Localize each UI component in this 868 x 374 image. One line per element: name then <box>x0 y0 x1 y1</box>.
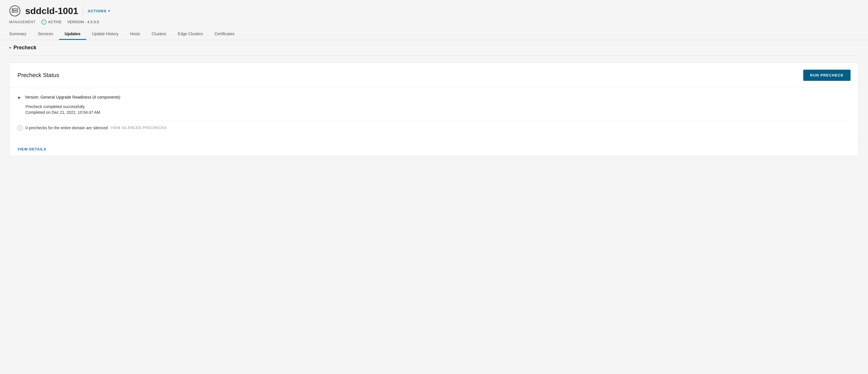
card-footer: VIEW DETAILS <box>9 142 859 156</box>
management-label: MANAGEMENT <box>9 20 35 24</box>
section-title: Precheck <box>13 45 36 51</box>
precheck-card: Precheck Status RUN PRECHECK ► Version: … <box>9 62 859 156</box>
tab-edge-clusters[interactable]: Edge Clusters <box>172 29 209 40</box>
precheck-item: ► Version: General Upgrade Readiness (4 … <box>18 95 850 100</box>
server-icon <box>9 5 21 17</box>
tab-updates[interactable]: Updates <box>59 29 86 40</box>
tab-services[interactable]: Services <box>32 29 59 40</box>
precheck-date: Completed on Dec 21, 2022, 10:04:47 AM <box>26 110 850 115</box>
view-details-button[interactable]: VIEW DETAILS <box>18 147 46 151</box>
chevron-down-icon: ▾ <box>108 9 110 13</box>
precheck-section-header[interactable]: ▾ Precheck <box>9 40 859 56</box>
precheck-status-block: Precheck completed successfully. Complet… <box>26 104 850 115</box>
tab-hosts[interactable]: Hosts <box>124 29 146 40</box>
title-divider <box>83 6 83 16</box>
main-content: ▾ Precheck Precheck Status RUN PRECHECK … <box>0 40 868 374</box>
tab-clusters[interactable]: Clusters <box>146 29 172 40</box>
actions-button[interactable]: ACTIONS ▾ <box>88 9 110 13</box>
navigation-tabs: Summary Services Updates Update History … <box>0 29 868 40</box>
silenced-text: 0 prechecks for the entire domain are si… <box>26 125 108 130</box>
active-badge: ACTIVE <box>41 20 62 25</box>
page-title: sddcld-1001 <box>25 6 78 16</box>
precheck-status-text: Precheck completed successfully. <box>26 104 850 109</box>
card-body: ► Version: General Upgrade Readiness (4 … <box>9 88 859 142</box>
version-label: Version : 4.5.0.0 <box>67 20 99 24</box>
precheck-item-label: Version: General Upgrade Readiness (4 co… <box>25 95 120 99</box>
active-label: ACTIVE <box>48 20 62 24</box>
tab-update-history[interactable]: Update History <box>86 29 124 40</box>
precheck-expand-icon[interactable]: ► <box>18 95 22 100</box>
run-precheck-button[interactable]: RUN PRECHECK <box>803 70 850 81</box>
card-header: Precheck Status RUN PRECHECK <box>9 63 859 88</box>
tab-certificates[interactable]: Certificates <box>209 29 240 40</box>
info-icon: i <box>18 125 23 131</box>
active-circle-icon <box>41 20 46 25</box>
collapse-icon: ▾ <box>9 46 11 50</box>
actions-label: ACTIONS <box>88 9 106 13</box>
tab-summary[interactable]: Summary <box>9 29 32 40</box>
card-title: Precheck Status <box>18 72 59 79</box>
silenced-row: i 0 prechecks for the entire domain are … <box>18 120 850 135</box>
view-silenced-button[interactable]: VIEW SILENCED PRECHECKS <box>111 126 166 130</box>
